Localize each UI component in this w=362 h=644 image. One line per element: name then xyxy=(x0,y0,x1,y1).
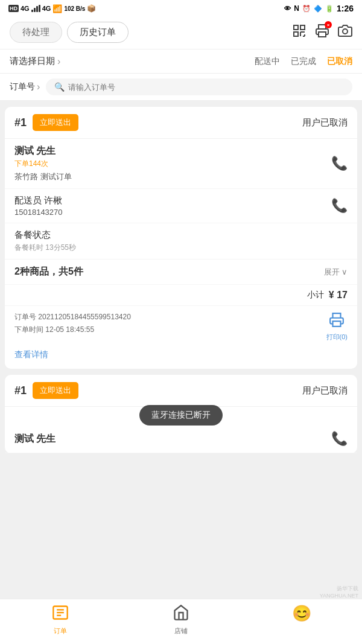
eye-icon: 👁 xyxy=(284,5,291,12)
tab-pending[interactable]: 待处理 xyxy=(10,22,62,43)
watermark: 扬华下载YANGHUA.NET xyxy=(320,585,358,599)
store-nav-label: 店铺 xyxy=(174,626,188,636)
customer-name-1: 测试 先生 xyxy=(14,145,72,158)
status-delivering[interactable]: 配送中 xyxy=(255,56,280,67)
search-input-wrap: 🔍 xyxy=(46,78,352,95)
scan-icon[interactable] xyxy=(292,24,306,41)
subtotal-row-1: 小计 ¥ 17 xyxy=(5,285,357,306)
delivery-row-1: 配送员 许楸 15018143270 📞 xyxy=(5,189,357,223)
signal-icon xyxy=(31,5,40,12)
bluetooth-icon: 🔷 xyxy=(314,5,322,13)
order-label-chevron: › xyxy=(37,81,40,92)
print-icon-1 xyxy=(329,312,345,331)
svg-point-8 xyxy=(343,29,348,34)
tab-history[interactable]: 历史订单 xyxy=(67,22,129,43)
filter-status-group: 配送中 已完成 已取消 xyxy=(255,56,352,67)
customer-info-2: 测试 先生 xyxy=(14,433,56,445)
view-detail-link-1[interactable]: 查看详情 xyxy=(14,349,48,359)
print-button-1[interactable]: 打印(0) xyxy=(326,312,348,342)
svg-rect-0 xyxy=(294,25,298,30)
send-button-1[interactable]: 立即送出 xyxy=(33,114,78,131)
time-display: 1:26 xyxy=(337,4,354,13)
search-icon: 🔍 xyxy=(54,82,65,92)
print-label-1: 打印(0) xyxy=(326,333,348,342)
expand-label-1: 展开 xyxy=(324,267,340,278)
nav-item-orders[interactable]: 订单 xyxy=(0,604,121,636)
card-header-2: #1 立即送出 用户已取消 xyxy=(5,375,357,407)
nav-item-store[interactable]: 店铺 xyxy=(121,604,241,636)
signal-label: 4G xyxy=(42,5,51,12)
customer-order-count-1: 下单144次 xyxy=(14,159,72,169)
status-completed[interactable]: 已完成 xyxy=(291,56,316,67)
order-card-1: #1 立即送出 用户已取消 测试 先生 下单144次 茶竹路 测试订单 📞 配送… xyxy=(5,107,357,369)
subtotal-label-1: 小计 xyxy=(307,290,324,301)
status-cancelled[interactable]: 已取消 xyxy=(327,56,352,67)
search-input[interactable] xyxy=(68,83,344,92)
date-selector[interactable]: 请选择日期 › xyxy=(10,56,60,67)
expand-button-1[interactable]: 展开 ∨ xyxy=(324,267,348,278)
date-selector-label: 请选择日期 xyxy=(10,56,55,67)
send-button-2[interactable]: 立即送出 xyxy=(33,382,78,399)
main-content: #1 立即送出 用户已取消 测试 先生 下单144次 茶竹路 测试订单 📞 配送… xyxy=(0,101,362,502)
order-label-text: 订单号 xyxy=(10,81,35,92)
delivery-phone-1: 15018143270 xyxy=(14,208,63,217)
status-bar: HD 4G 4G 📶 102 B/s 📦 👁 N ⏰ 🔷 🔋 1:26 xyxy=(0,0,362,16)
delivery-name-1: 配送员 许楸 xyxy=(14,195,63,206)
order-meta-info-1: 订单号 20211205184455599513420 下单时间 12-05 1… xyxy=(14,312,131,335)
card-header-left: #1 立即送出 xyxy=(14,114,78,131)
order-meta-1: 订单号 20211205184455599513420 下单时间 12-05 1… xyxy=(5,306,357,348)
nav-item-smiley[interactable]: 😊 xyxy=(241,604,362,636)
bottom-nav: 订单 店铺 😊 xyxy=(0,599,362,644)
tab-group: 待处理 历史订单 xyxy=(10,22,129,43)
nav-icons: × xyxy=(292,24,352,41)
status-right: 👁 N ⏰ 🔷 🔋 1:26 xyxy=(284,4,354,13)
alarm-icon: ⏰ xyxy=(302,5,311,13)
network-speed: 102 B/s xyxy=(64,5,85,12)
customer-phone-icon-1[interactable]: 📞 xyxy=(331,156,348,171)
cancel-status-2: 用户已取消 xyxy=(302,385,348,397)
items-summary-1: 2种商品，共5件 xyxy=(14,266,83,278)
orders-nav-icon xyxy=(52,604,69,625)
svg-rect-9 xyxy=(333,321,341,327)
delivery-phone-icon-1[interactable]: 📞 xyxy=(331,198,348,214)
battery-icon: 🔋 xyxy=(325,5,334,13)
top-nav: 待处理 历史订单 × xyxy=(0,16,362,49)
customer-name-2: 测试 先生 xyxy=(14,433,56,445)
bluetooth-toast: 蓝牙连接已断开 xyxy=(139,405,223,426)
order-number-2: #1 xyxy=(14,384,27,397)
delivery-info-1: 配送员 许楸 15018143270 xyxy=(14,195,63,217)
customer-address-1: 茶竹路 测试订单 xyxy=(14,171,72,182)
wifi-icon: 📶 xyxy=(52,4,62,13)
print-badge: × xyxy=(325,21,332,28)
meal-status-time-1: 备餐耗时 13分55秒 xyxy=(14,243,348,253)
package-icon: 📦 xyxy=(87,4,96,13)
meal-status-title-1: 备餐状态 xyxy=(14,229,348,241)
nfc-icon: N xyxy=(294,4,299,13)
order-id-1: 订单号 20211205184455599513420 xyxy=(14,312,131,322)
svg-rect-7 xyxy=(319,32,326,37)
status-left: HD 4G 4G 📶 102 B/s 📦 xyxy=(8,4,96,13)
order-number-1: #1 xyxy=(14,116,27,129)
view-detail-1: 查看详情 xyxy=(5,348,357,369)
customer-info-1: 测试 先生 下单144次 茶竹路 测试订单 xyxy=(14,145,72,182)
order-label[interactable]: 订单号 › xyxy=(10,81,40,92)
order-time-1: 下单时间 12-05 18:45:55 xyxy=(14,325,131,335)
cancel-status-1: 用户已取消 xyxy=(302,117,348,129)
print-nav-icon[interactable]: × xyxy=(315,24,329,41)
customer-phone-icon-2[interactable]: 📞 xyxy=(331,431,348,447)
expand-chevron-icon: ∨ xyxy=(341,267,348,276)
filter-bar: 请选择日期 › 配送中 已完成 已取消 xyxy=(0,49,362,74)
subtotal-value-1: ¥ 17 xyxy=(329,290,348,301)
camera-icon[interactable] xyxy=(338,24,352,41)
svg-rect-2 xyxy=(294,32,298,36)
meal-status-row-1: 备餐状态 备餐耗时 13分55秒 xyxy=(5,223,357,260)
card-header-1: #1 立即送出 用户已取消 xyxy=(5,107,357,139)
customer-row-1: 测试 先生 下单144次 茶竹路 测试订单 📞 xyxy=(5,139,357,189)
order-card-2: #1 立即送出 用户已取消 蓝牙连接已断开 测试 先生 📞 xyxy=(5,375,357,453)
orders-nav-label: 订单 xyxy=(54,626,67,636)
smiley-nav-icon: 😊 xyxy=(292,604,311,623)
date-chevron-icon: › xyxy=(57,56,60,67)
search-bar: 订单号 › 🔍 xyxy=(0,74,362,101)
network-type: 4G xyxy=(21,5,30,12)
store-nav-icon xyxy=(173,604,189,625)
